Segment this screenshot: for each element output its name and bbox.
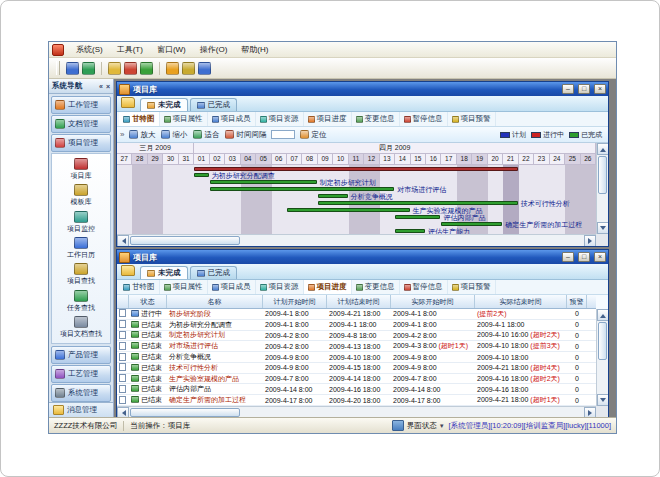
gantt-bar[interactable] [318,201,518,205]
close-button[interactable]: × [594,252,606,262]
sidebar-group[interactable]: 工作管理 [51,96,111,114]
gantt-bar[interactable] [318,194,348,198]
table-header-cell[interactable]: 成 [587,295,596,309]
sidebar-group[interactable]: 项目管理 [51,134,111,152]
run-icon[interactable] [140,62,153,75]
view-tab[interactable]: 项目预警 [448,112,496,126]
view-tab[interactable]: 甘特图 [119,112,160,126]
view-tab[interactable]: 项目成员 [208,280,256,294]
zoom-out-button[interactable]: 缩小 [158,130,190,140]
table-row[interactable]: 已结束为初步研究分配调查2009-4-1 8:002009-4-1 18:002… [117,320,596,331]
table-row[interactable]: 已结束评估内部产品2009-4-14 8:002009-4-16 18:0020… [117,384,596,395]
scroll-left-button[interactable] [117,235,129,247]
folder-tab[interactable]: 未完成 [140,98,188,111]
menu-item[interactable]: 操作(O) [193,43,235,56]
v-scrollbar[interactable] [596,143,608,234]
gantt-bar[interactable] [194,173,208,177]
scroll-left-button[interactable] [117,407,129,418]
table-header-cell[interactable]: 实际结束时间 [475,295,567,309]
menu-item[interactable]: 窗口(W) [150,43,193,56]
table-header-cell[interactable]: 计划结束时间 [327,295,391,309]
sidebar-group[interactable]: 系统管理 [51,384,111,402]
scroll-down-button[interactable] [597,394,609,406]
view-tab[interactable]: 项目进度 [304,112,352,126]
menu-item[interactable]: 帮助(H) [234,43,275,56]
sidebar-item[interactable]: 模板库 [52,182,110,208]
table-header-cell[interactable]: 状态 [129,295,167,309]
minimize-button[interactable]: – [562,252,574,262]
maximize-button[interactable]: □ [578,84,590,94]
close-button[interactable]: × [594,84,606,94]
scroll-thumb[interactable] [598,322,607,360]
folder-tab[interactable]: 未完成 [140,266,188,279]
sidebar-item[interactable]: 项目监控 [52,209,110,235]
scroll-up-button[interactable] [597,309,609,321]
scroll-thumb[interactable] [598,156,607,194]
table-row[interactable]: 已结束分析竞争概况2009-4-9 8:002009-4-10 18:00200… [117,352,596,363]
sidebar-group[interactable]: 文档管理 [51,115,111,133]
close-icon[interactable]: × [106,82,110,91]
window-titlebar[interactable]: 项目库 – □ × [117,250,608,264]
minimize-button[interactable]: – [562,84,574,94]
table-row[interactable]: 已结束技术可行性分析2009-4-9 8:002009-4-15 18:0020… [117,363,596,374]
time-interval-select[interactable] [271,130,295,139]
scroll-thumb[interactable] [130,408,240,417]
gantt-bar[interactable] [395,215,440,219]
view-tab[interactable]: 项目资源 [256,280,304,294]
scroll-thumb[interactable] [130,236,240,245]
view-tab[interactable]: 甘特图 [119,280,160,294]
scroll-down-button[interactable] [597,222,609,234]
sidebar-item[interactable]: 工作日历 [52,235,110,261]
view-tab[interactable]: 项目资源 [256,112,304,126]
view-tab[interactable]: 暂停信息 [400,112,448,126]
time-interval-button[interactable]: 时间间隔 [222,130,269,140]
sidebar-item[interactable]: 项目库 [52,156,110,182]
sidebar-item[interactable]: 项目查找 [52,262,110,288]
view-tab[interactable]: 项目进度 [304,280,352,294]
table-row[interactable]: 已结束制定初步研究计划2009-4-2 8:002009-4-8 18:0020… [117,331,596,342]
table-header-cell[interactable]: 实际开始时间 [391,295,475,309]
table-header-cell[interactable]: 计划开始时间 [263,295,327,309]
table-row[interactable]: 已结束确定生产所需的加工过程2009-4-17 8:002009-4-20 18… [117,395,596,406]
menu-item[interactable]: 系统(S) [69,43,110,56]
table-header-cell[interactable]: 名称 [167,295,263,309]
gantt-bar[interactable] [441,222,502,226]
h-scrollbar[interactable] [117,406,596,417]
gantt-bar[interactable] [287,208,410,212]
sidebar-item[interactable]: 任务查找 [52,288,110,314]
window-titlebar[interactable]: 项目库 – □ × [117,82,608,96]
save-icon[interactable] [66,62,79,75]
view-tab[interactable]: 项目属性 [160,112,208,126]
overflow-chevron-icon[interactable]: » [120,130,124,139]
scroll-right-button[interactable] [584,407,596,418]
locate-button[interactable]: 定位 [297,130,329,140]
view-tab[interactable]: 变更信息 [352,280,400,294]
ui-state-label[interactable]: 界面状态 [407,421,437,431]
lock-icon[interactable] [166,62,179,75]
sidebar-group[interactable]: 产品管理 [51,346,111,364]
view-tab[interactable]: 变更信息 [352,112,400,126]
folder-tab[interactable]: 已完成 [190,98,238,111]
zoom-in-button[interactable]: 放大 [126,130,158,140]
table-row[interactable]: 已结束对市场进行评估2009-4-2 8:002009-4-13 18:0020… [117,341,596,352]
gantt-bar[interactable] [395,229,425,233]
h-scrollbar[interactable] [117,234,596,246]
sidebar-bottom-tab[interactable]: 消息管理 [49,402,113,417]
gantt-bar[interactable] [210,180,317,184]
fit-button[interactable]: 适合 [190,130,222,140]
dropdown-icon[interactable]: ▼ [439,423,445,429]
view-tab[interactable]: 项目成员 [208,112,256,126]
scroll-right-button[interactable] [584,235,596,247]
maximize-button[interactable]: □ [578,252,590,262]
view-tab[interactable]: 暂停信息 [400,280,448,294]
table-header-cell[interactable] [117,295,129,309]
table-row[interactable]: 已结束生产实验室规模的产品2009-4-7 8:002009-4-14 18:0… [117,374,596,385]
view-tab[interactable]: 项目属性 [160,280,208,294]
stop-icon[interactable] [124,62,137,75]
mail-icon[interactable] [108,62,121,75]
collapse-icon[interactable]: « [99,82,103,91]
info-icon[interactable] [198,62,211,75]
network-icon[interactable] [82,62,95,75]
key-icon[interactable] [182,62,195,75]
sidebar-group[interactable]: 工艺管理 [51,365,111,383]
